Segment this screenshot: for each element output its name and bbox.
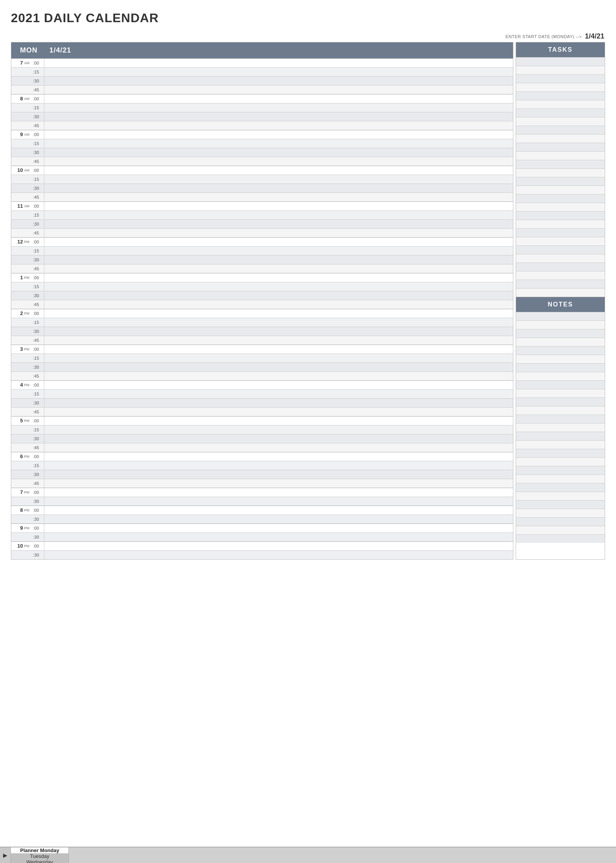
time-row[interactable]: :45	[11, 193, 513, 201]
time-content[interactable]	[44, 95, 513, 103]
task-row[interactable]	[516, 57, 605, 66]
time-row[interactable]: :45	[11, 228, 513, 237]
time-content[interactable]	[44, 166, 513, 175]
time-content[interactable]	[44, 488, 513, 497]
notes-row[interactable]	[516, 517, 605, 526]
notes-row[interactable]	[516, 440, 605, 449]
task-row[interactable]	[516, 91, 605, 100]
time-row[interactable]: 8PM:00	[11, 506, 513, 515]
start-date-value[interactable]: 1/4/21	[585, 32, 604, 40]
task-row[interactable]	[516, 271, 605, 280]
time-row[interactable]: 1PM:00	[11, 273, 513, 282]
task-row[interactable]	[516, 117, 605, 126]
task-row[interactable]	[516, 177, 605, 186]
time-content[interactable]	[44, 139, 513, 148]
time-content[interactable]	[44, 336, 513, 345]
time-content[interactable]	[44, 282, 513, 291]
time-row[interactable]: :30	[11, 76, 513, 85]
task-row[interactable]	[516, 203, 605, 211]
time-content[interactable]	[44, 363, 513, 371]
time-content[interactable]	[44, 408, 513, 416]
task-row[interactable]	[516, 160, 605, 168]
tab-tuesday[interactable]: Tuesday	[11, 853, 69, 859]
time-content[interactable]	[44, 390, 513, 398]
notes-row[interactable]	[516, 397, 605, 406]
time-content[interactable]	[44, 68, 513, 76]
time-row[interactable]: 6PM:00	[11, 452, 513, 461]
time-content[interactable]	[44, 425, 513, 434]
time-row[interactable]: 2PM:00	[11, 309, 513, 318]
time-content[interactable]	[44, 193, 513, 201]
task-row[interactable]	[516, 66, 605, 74]
time-row[interactable]: :45	[11, 264, 513, 273]
notes-row[interactable]	[516, 329, 605, 338]
notes-row[interactable]	[516, 312, 605, 320]
time-row[interactable]: :30	[11, 434, 513, 443]
time-content[interactable]	[44, 247, 513, 255]
notes-row[interactable]	[516, 389, 605, 397]
time-content[interactable]	[44, 354, 513, 362]
time-row[interactable]: :15	[11, 354, 513, 362]
time-content[interactable]	[44, 506, 513, 515]
notes-row[interactable]	[516, 509, 605, 517]
notes-row[interactable]	[516, 526, 605, 534]
time-row[interactable]: :15	[11, 425, 513, 434]
time-content[interactable]	[44, 542, 513, 550]
time-row[interactable]: :45	[11, 407, 513, 416]
notes-row[interactable]	[516, 449, 605, 457]
time-content[interactable]	[44, 112, 513, 121]
time-row[interactable]: :45	[11, 85, 513, 94]
time-row[interactable]: 8AM:00	[11, 94, 513, 103]
time-row[interactable]: :30	[11, 291, 513, 300]
time-row[interactable]: 7AM:00	[11, 58, 513, 67]
task-row[interactable]	[516, 288, 605, 297]
time-row[interactable]: 10PM:00	[11, 541, 513, 550]
time-row[interactable]: 3PM:00	[11, 345, 513, 354]
time-content[interactable]	[44, 121, 513, 130]
notes-row[interactable]	[516, 492, 605, 500]
task-row[interactable]	[516, 126, 605, 134]
time-row[interactable]: 9PM:00	[11, 523, 513, 532]
notes-row[interactable]	[516, 474, 605, 483]
time-content[interactable]	[44, 103, 513, 112]
time-content[interactable]	[44, 77, 513, 85]
time-content[interactable]	[44, 524, 513, 532]
time-row[interactable]: :30	[11, 184, 513, 193]
time-row[interactable]: :15	[11, 389, 513, 398]
time-content[interactable]	[44, 291, 513, 300]
time-row[interactable]: :45	[11, 443, 513, 452]
notes-row[interactable]	[516, 320, 605, 329]
time-row[interactable]: 4PM:00	[11, 380, 513, 389]
time-content[interactable]	[44, 515, 513, 523]
time-content[interactable]	[44, 470, 513, 479]
task-row[interactable]	[516, 245, 605, 254]
time-row[interactable]: :45	[11, 371, 513, 380]
time-content[interactable]	[44, 497, 513, 506]
time-content[interactable]	[44, 86, 513, 94]
time-content[interactable]	[44, 264, 513, 273]
notes-row[interactable]	[516, 534, 605, 543]
time-row[interactable]: :15	[11, 246, 513, 255]
notes-row[interactable]	[516, 338, 605, 346]
time-row[interactable]: :45	[11, 157, 513, 166]
time-row[interactable]: 5PM:00	[11, 416, 513, 425]
time-content[interactable]	[44, 345, 513, 354]
time-row[interactable]: :15	[11, 67, 513, 76]
time-content[interactable]	[44, 461, 513, 470]
tab-wednesday[interactable]: Wednesday	[11, 859, 69, 863]
time-row[interactable]: :15	[11, 318, 513, 327]
time-content[interactable]	[44, 59, 513, 67]
notes-row[interactable]	[516, 346, 605, 355]
notes-row[interactable]	[516, 432, 605, 440]
time-row[interactable]: :30	[11, 255, 513, 264]
time-row[interactable]: :15	[11, 461, 513, 470]
time-row[interactable]: :45	[11, 336, 513, 345]
time-row[interactable]: 9AM:00	[11, 130, 513, 139]
time-row[interactable]: :30	[11, 470, 513, 479]
time-content[interactable]	[44, 175, 513, 184]
time-row[interactable]: :15	[11, 139, 513, 148]
task-row[interactable]	[516, 194, 605, 203]
task-row[interactable]	[516, 280, 605, 288]
task-row[interactable]	[516, 228, 605, 237]
time-row[interactable]: :30	[11, 219, 513, 228]
